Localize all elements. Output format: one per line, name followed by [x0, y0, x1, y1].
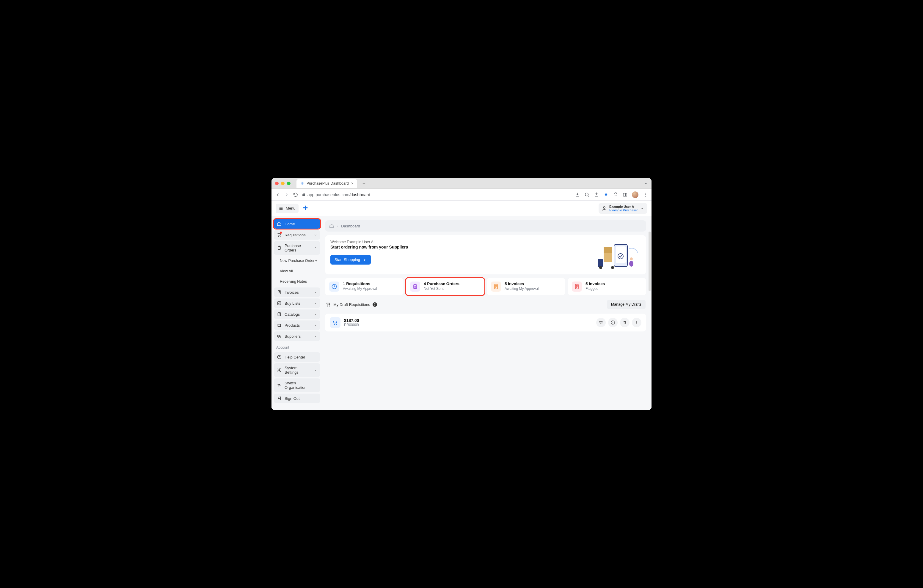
svg-point-34: [636, 322, 637, 323]
user-org: Example Purchaser: [609, 209, 638, 212]
sidebar-item-switch-org[interactable]: Switch Organisation: [274, 378, 320, 392]
box-icon: [277, 323, 282, 328]
forward-button[interactable]: [284, 192, 289, 197]
sidebar-item-home[interactable]: Home: [274, 219, 320, 228]
user-menu[interactable]: Example User A Example Purchaser: [599, 203, 647, 214]
invoice-icon: [491, 281, 501, 292]
svg-rect-20: [616, 246, 626, 263]
menu-toggle[interactable]: Menu: [276, 204, 299, 213]
breadcrumb: › Dashboard: [325, 220, 646, 232]
browser-tab[interactable]: PurchasePlus Dashboard ×: [296, 179, 357, 188]
back-button[interactable]: [275, 192, 281, 197]
sidebar-item-label: Sign Out: [284, 396, 300, 401]
url-field[interactable]: app.purchaseplus.com/dashboard: [302, 192, 571, 197]
draft-delete-button[interactable]: [620, 318, 629, 327]
new-tab-button[interactable]: +: [363, 181, 365, 186]
window-close-dot[interactable]: [275, 182, 279, 185]
sidebar-sub-label: New Purchase Order: [280, 259, 315, 263]
user-name: Example User A: [609, 205, 638, 209]
sidebar-item-sign-out[interactable]: Sign Out: [274, 394, 320, 403]
sidebar-item-requisitions[interactable]: Requisitions: [274, 230, 320, 240]
draft-row[interactable]: $187.00 PR00009: [325, 314, 646, 332]
kebab-menu-icon[interactable]: [642, 192, 648, 197]
browser-titlebar: PurchasePlus Dashboard × +: [271, 178, 652, 189]
sidebar-sub-new-po[interactable]: New Purchase Order +: [274, 256, 320, 265]
cart-icon: [325, 302, 331, 307]
svg-point-13: [278, 337, 279, 337]
app-logo-icon[interactable]: [302, 205, 309, 212]
chevron-down-icon: [314, 334, 317, 338]
sidebar-item-buy-lists[interactable]: Buy Lists: [274, 299, 320, 308]
app-favicon: [300, 181, 304, 186]
chevron-down-icon: [314, 301, 317, 305]
sidebar-sub-label: Receiving Notes: [280, 279, 307, 284]
sidepanel-icon[interactable]: [622, 192, 628, 197]
sign-out-icon: [277, 396, 282, 401]
svg-point-25: [599, 266, 602, 269]
sidebar: Home Requisitions Purchase Orders New Pu…: [271, 216, 323, 410]
svg-rect-18: [604, 247, 612, 253]
draft-info-button[interactable]: [608, 318, 618, 327]
bookmark-star-icon[interactable]: [603, 192, 609, 197]
manage-drafts-button[interactable]: Manage My Drafts: [607, 300, 645, 309]
sidebar-item-catalogs[interactable]: Catalogs: [274, 309, 320, 319]
sidebar-item-suppliers[interactable]: Suppliers: [274, 332, 320, 341]
card-requisitions[interactable]: 1 Requisitions Awaiting My Approval: [325, 278, 404, 295]
sidebar-sub-view-all[interactable]: View All: [274, 267, 320, 276]
svg-point-23: [630, 258, 633, 260]
card-purchase-orders[interactable]: 4 Purchase Orders Not Yet Sent: [406, 278, 484, 295]
welcome-card: Welcome Example User A! Start ordering n…: [325, 235, 646, 274]
card-subtitle: Awaiting My Approval: [504, 287, 539, 291]
svg-point-0: [585, 193, 588, 196]
lock-icon: [302, 193, 305, 197]
window-min-dot[interactable]: [281, 182, 284, 185]
close-tab-icon[interactable]: ×: [351, 181, 353, 186]
profile-avatar[interactable]: [632, 191, 639, 198]
notification-dot: [280, 232, 282, 234]
sidebar-item-label: Catalogs: [284, 312, 300, 317]
tab-dropdown-icon[interactable]: [644, 181, 648, 186]
sidebar-item-invoices[interactable]: Invoices: [274, 287, 320, 297]
reload-button[interactable]: [293, 192, 298, 197]
card-invoices-awaiting[interactable]: 5 Invoices Awaiting My Approval: [487, 278, 565, 295]
sidebar-item-system-settings[interactable]: System Settings: [274, 363, 320, 377]
sidebar-item-label: System Settings: [284, 366, 311, 374]
home-icon[interactable]: [329, 223, 334, 228]
breadcrumb-separator: ›: [337, 224, 338, 228]
svg-rect-1: [623, 193, 627, 196]
sidebar-sub-receiving-notes[interactable]: Receiving Notes: [274, 277, 320, 286]
sidebar-item-help-center[interactable]: Help Center: [274, 352, 320, 362]
svg-point-22: [629, 261, 633, 267]
extensions-icon[interactable]: [613, 192, 618, 197]
clipboard-icon: [277, 246, 282, 250]
draft-amount: $187.00: [344, 318, 359, 323]
sidebar-item-label: Products: [284, 323, 300, 328]
draft-reference: PR00009: [344, 323, 359, 327]
browser-tab-title: PurchasePlus Dashboard: [307, 181, 349, 186]
chevron-down-icon: [314, 291, 317, 294]
hamburger-icon: [279, 206, 283, 211]
sidebar-item-label: Requisitions: [284, 233, 305, 237]
window-max-dot[interactable]: [287, 182, 291, 185]
sidebar-item-label: Switch Organisation: [284, 381, 317, 390]
install-app-icon[interactable]: [575, 192, 580, 197]
draft-more-button[interactable]: [632, 318, 641, 327]
sidebar-item-label: Home: [284, 222, 295, 226]
url-path: /dashboard: [350, 192, 370, 197]
chevron-right-icon: [363, 258, 367, 262]
svg-point-26: [611, 266, 614, 269]
scrollbar[interactable]: [649, 232, 650, 291]
sidebar-item-products[interactable]: Products: [274, 320, 320, 330]
hero-illustration: [596, 240, 641, 269]
draft-cart-button[interactable]: [596, 318, 606, 327]
sidebar-item-label: Suppliers: [284, 334, 301, 338]
invoice-icon: [277, 290, 282, 295]
help-tooltip-icon[interactable]: ?: [373, 302, 377, 307]
zoom-icon[interactable]: [584, 192, 590, 197]
user-icon: [601, 206, 607, 211]
sidebar-item-purchase-orders[interactable]: Purchase Orders: [274, 241, 320, 255]
svg-rect-24: [598, 259, 603, 267]
share-icon[interactable]: [594, 192, 599, 197]
card-invoices-flagged[interactable]: 5 Invoices Flagged: [568, 278, 646, 295]
start-shopping-button[interactable]: Start Shopping: [330, 255, 371, 264]
